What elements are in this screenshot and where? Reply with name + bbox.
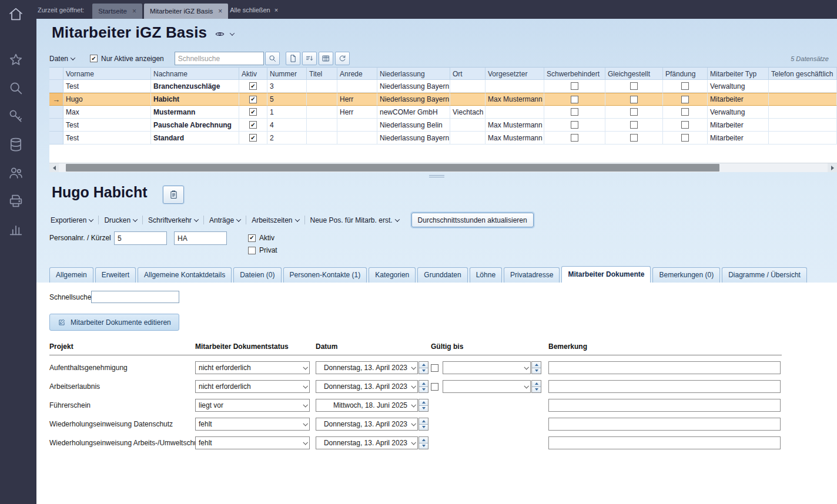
spin-up-button[interactable] xyxy=(419,437,428,443)
table-row[interactable]: TestBranchenzuschläge3Niederlassung Baye… xyxy=(49,80,837,93)
grid-column-header-niederlassung[interactable]: Niederlassung xyxy=(377,67,450,80)
grid-column-header-schwerbehindert[interactable]: Schwerbehindert xyxy=(544,67,605,80)
only-active-filter[interactable]: Nur Aktive anzeigen xyxy=(90,55,164,63)
database-icon[interactable] xyxy=(8,136,25,154)
spin-down-button[interactable] xyxy=(532,387,541,393)
bemerkung-input[interactable] xyxy=(548,436,781,449)
tab-diagramme-übersicht[interactable]: Diagramme / Übersicht xyxy=(722,267,807,283)
privat-checkbox-row[interactable]: Privat xyxy=(248,246,277,254)
bemerkung-input[interactable] xyxy=(548,399,781,412)
menu-exportieren[interactable]: Exportieren xyxy=(51,216,93,224)
gueltig-bis-checkbox[interactable] xyxy=(431,364,438,372)
aktiv-checkbox[interactable] xyxy=(249,134,257,142)
grid-column-header-titel[interactable]: Titel xyxy=(307,67,337,80)
grid-column-header-vorname[interactable]: Vorname xyxy=(63,67,151,80)
tab-erweitert[interactable]: Erweitert xyxy=(95,267,136,283)
spin-up-button[interactable] xyxy=(532,362,541,368)
menu-neue-pos-für-mitarb-erst[interactable]: Neue Pos. für Mitarb. erst. xyxy=(310,216,399,224)
scroll-left-button[interactable] xyxy=(49,163,59,172)
grid-column-header-aktiv[interactable]: Aktiv xyxy=(239,67,267,80)
tab-allgemein[interactable]: Allgemein xyxy=(49,267,93,283)
scroll-track[interactable] xyxy=(59,163,828,172)
search-icon[interactable] xyxy=(8,80,25,98)
splitter[interactable] xyxy=(36,172,837,180)
doc-status-select[interactable]: fehlt xyxy=(195,418,310,431)
home-icon[interactable] xyxy=(8,6,25,23)
doc-gueltig-select[interactable] xyxy=(443,380,531,393)
aktiv-checkbox[interactable] xyxy=(249,82,257,90)
spin-up-button[interactable] xyxy=(419,381,428,387)
pfaendung-checkbox[interactable] xyxy=(681,134,689,142)
toolbar-sort-button[interactable] xyxy=(302,52,317,65)
tab-privatadresse[interactable]: Privatadresse xyxy=(504,267,560,283)
aktiv-checkbox-row[interactable]: Aktiv xyxy=(248,234,277,242)
toolbar-export-button[interactable] xyxy=(286,52,300,65)
tab-personen-kontakte-1[interactable]: Personen-Kontakte (1) xyxy=(283,267,367,283)
menu-arbeitszeiten[interactable]: Arbeitszeiten xyxy=(252,216,299,224)
schwerbehindert-checkbox[interactable] xyxy=(571,96,578,103)
grid-column-header-pfändung[interactable]: Pfändung xyxy=(663,67,708,80)
doc-status-select[interactable]: fehlt xyxy=(195,436,310,449)
tab-close-icon[interactable]: × xyxy=(218,7,222,15)
fax-icon[interactable] xyxy=(8,193,25,210)
grid-column-header-ort[interactable]: Ort xyxy=(450,67,486,80)
spin-down-button[interactable] xyxy=(532,368,541,374)
table-row[interactable]: TestStandard2Niederlassung BayernMax Mus… xyxy=(49,132,837,145)
tab-löhne[interactable]: Löhne xyxy=(470,267,502,283)
top-tab-startseite[interactable]: Startseite× xyxy=(92,4,142,19)
spin-up-button[interactable] xyxy=(419,418,428,424)
grid-column-header-anrede[interactable]: Anrede xyxy=(337,67,377,80)
kuerzel-input[interactable] xyxy=(174,231,227,245)
gleichgestellt-checkbox[interactable] xyxy=(630,121,638,129)
chart-icon[interactable] xyxy=(8,221,25,238)
horizontal-scrollbar[interactable] xyxy=(49,163,837,172)
grid-column-header-nachname[interactable]: Nachname xyxy=(151,67,239,80)
toolbar-columns-button[interactable] xyxy=(319,52,333,65)
aktiv-checkbox[interactable] xyxy=(249,121,257,129)
gueltig-bis-checkbox[interactable] xyxy=(431,383,438,391)
personalnr-input[interactable] xyxy=(114,231,167,245)
spin-down-button[interactable] xyxy=(419,387,428,393)
schnellsuche-input[interactable] xyxy=(175,52,264,65)
notes-button[interactable] xyxy=(163,186,184,204)
gleichgestellt-checkbox[interactable] xyxy=(630,96,638,103)
tab-kategorien[interactable]: Kategorien xyxy=(369,267,416,283)
only-active-checkbox[interactable] xyxy=(90,55,98,62)
gleichgestellt-checkbox[interactable] xyxy=(630,108,638,116)
spin-up-button[interactable] xyxy=(419,399,428,405)
table-row[interactable]: MaxMustermann1HerrnewCOMer GmbHViechtach… xyxy=(49,106,837,119)
table-row[interactable]: →HugoHabicht5HerrNiederlassung BayernMax… xyxy=(49,93,837,106)
tab-mitarbeiter-dokumente[interactable]: Mitarbeiter Dokumente xyxy=(561,266,651,283)
doc-datum-select[interactable]: Donnerstag, 13. April 2023 xyxy=(316,361,418,374)
grid-column-header-nummer[interactable]: Nummer xyxy=(267,67,307,80)
schwerbehindert-checkbox[interactable] xyxy=(571,121,578,129)
doc-search-input[interactable] xyxy=(91,291,179,303)
aktiv-checkbox[interactable] xyxy=(248,234,256,242)
toolbar-refresh-button[interactable] xyxy=(335,52,350,65)
toolbar-magnifier-button[interactable] xyxy=(265,52,280,65)
tab-grunddaten[interactable]: Grunddaten xyxy=(417,267,467,283)
bemerkung-input[interactable] xyxy=(548,418,781,431)
menu-schriftverkehr[interactable]: Schriftverkehr xyxy=(148,216,198,224)
spin-up-button[interactable] xyxy=(419,362,428,368)
grid-column-header-vorgesetzter[interactable]: Vorgesetzter xyxy=(486,67,544,80)
view-selector[interactable] xyxy=(215,29,234,39)
schwerbehindert-checkbox[interactable] xyxy=(571,108,578,116)
table-row[interactable]: TestPauschale Abrechnung4Niederlassung B… xyxy=(49,119,837,132)
bemerkung-input[interactable] xyxy=(548,380,781,393)
doc-datum-select[interactable]: Donnerstag, 13. April 2023 xyxy=(316,418,418,431)
schwerbehindert-checkbox[interactable] xyxy=(571,134,578,142)
gleichgestellt-checkbox[interactable] xyxy=(630,134,638,142)
pfaendung-checkbox[interactable] xyxy=(681,96,689,103)
doc-status-select[interactable]: liegt vor xyxy=(195,399,310,412)
spin-down-button[interactable] xyxy=(419,443,428,449)
daten-menu[interactable]: Daten xyxy=(49,55,75,63)
grid-column-header-gleichgestellt[interactable]: Gleichgestellt xyxy=(605,67,663,80)
star-icon[interactable] xyxy=(8,52,25,69)
top-tab-mitarbeiter-igz-basis[interactable]: Mitarbeiter iGZ Basis× xyxy=(144,4,228,19)
doc-status-select[interactable]: nicht erforderlich xyxy=(195,361,310,374)
spin-down-button[interactable] xyxy=(419,368,428,374)
doc-datum-select[interactable]: Donnerstag, 13. April 2023 xyxy=(316,436,418,449)
scroll-right-button[interactable] xyxy=(828,163,837,172)
aktiv-checkbox[interactable] xyxy=(249,96,257,103)
